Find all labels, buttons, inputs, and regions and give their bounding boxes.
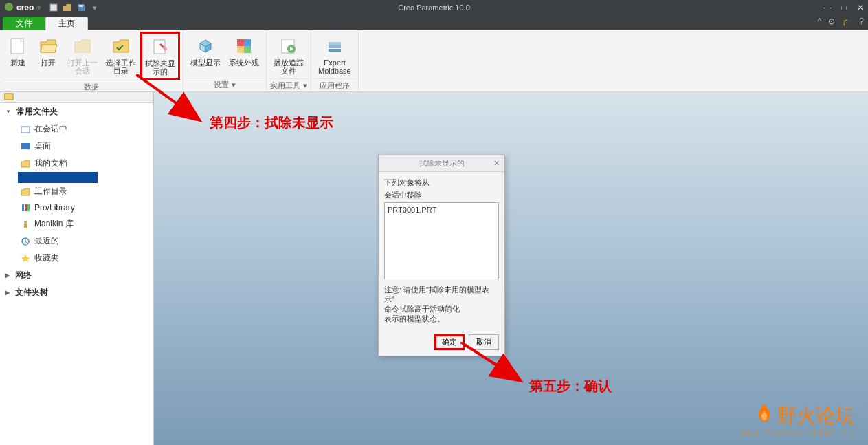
svg-marker-28 <box>21 254 30 262</box>
dialog-desc-2: 会话中移除: <box>384 190 499 199</box>
system-appearance-button[interactable]: 系统外观 <box>225 32 263 78</box>
working-dir-icon <box>110 35 132 57</box>
logo-area: creo ® <box>0 2 45 13</box>
app-logo-icon <box>4 2 14 13</box>
ribbon-group-settings: 模型显示 系统外观 设置 ▾ <box>183 30 267 91</box>
logo-suffix-icon: ® <box>36 5 41 11</box>
ribbon-collapse-icon[interactable]: ^ <box>818 17 822 26</box>
svg-rect-26 <box>24 224 27 228</box>
tree-favorites[interactable]: 收藏夹 <box>0 250 153 267</box>
window-controls: — □ ✕ <box>823 3 865 12</box>
title-bar: creo ® ▾ Creo Parametric 10.0 — □ ✕ <box>0 0 868 15</box>
recent-icon <box>21 237 30 246</box>
ribbon: 新建 打开 打开上一 会话 选择工作 目录 拭除未显 示的 数据 <box>0 30 868 92</box>
svg-point-25 <box>24 221 27 224</box>
tree-pro-library[interactable]: Pro/Library <box>0 200 153 215</box>
dialog-close-icon[interactable]: ✕ <box>491 158 502 169</box>
expert-moldbase-button[interactable]: Expert Moldbase <box>314 32 355 78</box>
manikin-icon <box>21 219 30 229</box>
tabs-right-controls: ^ ⊙ 🎓 ? <box>818 17 864 26</box>
svg-rect-15 <box>329 42 341 45</box>
favorites-icon <box>21 254 30 263</box>
sidebar-tab-icon[interactable] <box>0 92 153 103</box>
app-title: Creo Parametric 10.0 <box>398 3 470 12</box>
library-icon <box>21 203 30 213</box>
qat-open-icon[interactable] <box>63 3 72 12</box>
dialog-buttons: 确定 取消 <box>379 329 504 356</box>
model-display-icon <box>194 35 216 57</box>
close-icon[interactable]: ✕ <box>856 3 865 12</box>
erase-dialog: 拭除未显示的 ✕ 下列对象将从 会话中移除: PRT0001.PRT 注意: 请… <box>378 155 505 356</box>
ribbon-group-tools-label: 实用工具 ▾ <box>269 78 308 92</box>
dialog-note: 注意: 请使用"拭除未用的模型表示" 命令拭除高于活动简化 表示的模型状态。 <box>384 285 499 323</box>
dialog-cancel-button[interactable]: 取消 <box>469 334 499 350</box>
qat-save-icon[interactable] <box>76 3 86 12</box>
svg-rect-17 <box>329 49 341 52</box>
tree-my-documents[interactable]: 我的文档 <box>0 155 153 172</box>
workdir-icon <box>21 187 30 197</box>
tree-desktop[interactable]: 桌面 <box>0 138 153 155</box>
tree-selected-item[interactable] <box>18 172 98 183</box>
open-button[interactable]: 打开 <box>33 32 63 80</box>
ribbon-group-data-label: 数据 <box>3 80 180 94</box>
tab-home[interactable]: 主页 <box>45 17 88 30</box>
dialog-object-list[interactable]: PRT0001.PRT <box>384 202 499 279</box>
tree-folder-tree[interactable]: 文件夹树 <box>0 284 153 301</box>
minimize-icon[interactable]: — <box>823 3 832 12</box>
open-last-session-button[interactable]: 打开上一 会话 <box>63 32 102 80</box>
watermark-text: 野火论坛 <box>742 402 854 429</box>
new-button[interactable]: 新建 <box>3 32 33 80</box>
graphics-canvas[interactable] <box>154 92 868 445</box>
open-last-icon <box>71 35 93 57</box>
qat-new-icon[interactable] <box>49 3 58 12</box>
documents-icon <box>21 159 30 169</box>
dialog-ok-button[interactable]: 确定 <box>434 334 465 350</box>
watermark: 野火论坛 WWW.PROEWILDFIRE.CN <box>742 402 854 438</box>
tree-working-dir[interactable]: 工作目录 <box>0 183 153 200</box>
svg-rect-18 <box>5 94 13 100</box>
qat-dropdown-icon[interactable]: ▾ <box>90 3 100 12</box>
tree-recent[interactable]: 最近的 <box>0 232 153 250</box>
new-icon <box>7 35 29 57</box>
ribbon-group-apps-label: 应用程序 <box>314 78 355 92</box>
svg-rect-10 <box>237 46 244 53</box>
dialog-list-item[interactable]: PRT0001.PRT <box>388 206 496 214</box>
play-trail-button[interactable]: 播放追踪 文件 <box>269 32 308 78</box>
dialog-desc-1: 下列对象将从 <box>384 177 499 187</box>
select-working-dir-button[interactable]: 选择工作 目录 <box>102 32 140 80</box>
dialog-title-text: 拭除未显示的 <box>419 158 465 169</box>
tree-network[interactable]: 网络 <box>0 267 153 284</box>
open-icon <box>37 35 59 57</box>
erase-not-displayed-button[interactable]: 拭除未显 示的 <box>140 32 180 80</box>
moldbase-icon <box>324 35 346 57</box>
ribbon-group-tools: 播放追踪 文件 实用工具 ▾ <box>267 30 311 91</box>
play-trail-icon <box>278 35 300 57</box>
app-logo-text: creo <box>16 3 34 12</box>
tree-in-session[interactable]: 在会话中 <box>0 120 153 138</box>
svg-rect-21 <box>21 143 30 149</box>
options-icon[interactable]: ⊙ <box>828 17 835 26</box>
sidebar: 常用文件夹 在会话中 桌面 我的文档 工作目录 Pro/Library Mani… <box>0 92 154 445</box>
flame-icon <box>754 402 775 429</box>
tab-file[interactable]: 文件 <box>3 17 45 30</box>
help-icon[interactable]: ? <box>859 17 864 26</box>
model-display-button[interactable]: 模型显示 <box>186 32 225 78</box>
ribbon-group-settings-label: 设置 ▾ <box>186 78 263 91</box>
svg-rect-22 <box>22 204 24 211</box>
ribbon-group-apps: Expert Moldbase 应用程序 <box>311 30 359 91</box>
maximize-icon[interactable]: □ <box>839 3 849 12</box>
svg-rect-16 <box>329 45 341 48</box>
quick-access-toolbar: ▾ <box>49 3 100 12</box>
tree-common-folders[interactable]: 常用文件夹 <box>0 103 153 120</box>
svg-rect-3 <box>79 5 83 7</box>
tree-manikin[interactable]: Manikin 库 <box>0 215 153 232</box>
appearance-icon <box>233 35 255 57</box>
svg-rect-20 <box>21 127 30 133</box>
dialog-body: 下列对象将从 会话中移除: PRT0001.PRT 注意: 请使用"拭除未用的模… <box>379 172 504 329</box>
svg-rect-1 <box>50 4 57 11</box>
desktop-icon <box>21 142 30 151</box>
ribbon-tabs: 文件 主页 ^ ⊙ 🎓 ? <box>0 15 868 30</box>
svg-rect-24 <box>27 204 30 211</box>
session-icon <box>21 124 30 134</box>
graduation-icon[interactable]: 🎓 <box>842 17 852 26</box>
